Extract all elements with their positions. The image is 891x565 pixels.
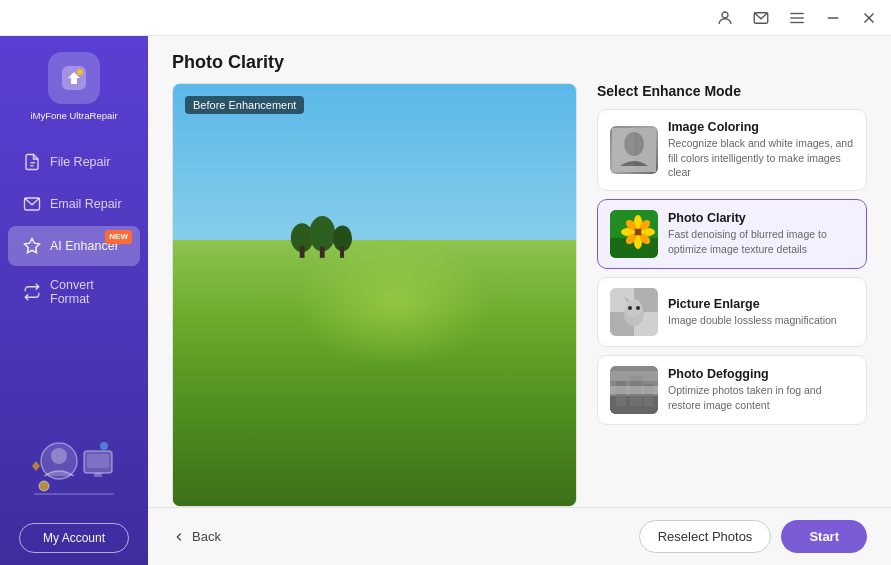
photo-clarity-info: Photo Clarity Fast denoising of blurred … — [668, 211, 854, 256]
picture-enlarge-info: Picture Enlarge Image double lossless ma… — [668, 297, 854, 328]
sidebar-item-ai-enhancer[interactable]: AI Enhancer NEW — [8, 226, 140, 266]
photo-defogging-desc: Optimize photos taken in fog and restore… — [668, 383, 854, 412]
svg-point-0 — [722, 12, 728, 18]
footer: Back Reselect Photos Start — [148, 507, 891, 565]
main-content: Photo Clarity Before Enhancement — [148, 36, 891, 565]
menu-icon[interactable] — [783, 4, 811, 32]
picture-enlarge-desc: Image double lossless magnification — [668, 313, 854, 328]
svg-rect-22 — [300, 246, 305, 258]
back-arrow-icon — [172, 530, 186, 544]
account-icon[interactable] — [711, 4, 739, 32]
minimize-button[interactable] — [819, 4, 847, 32]
ai-enhancer-icon — [22, 236, 42, 256]
svg-rect-56 — [610, 386, 658, 394]
sidebar: iMyFone UltraRepair File Repair — [0, 36, 148, 565]
svg-rect-57 — [610, 371, 658, 381]
photo-clarity-desc: Fast denoising of blurred image to optim… — [668, 227, 854, 256]
sidebar-label-convert-format: Convert Format — [50, 278, 126, 306]
sunflower-image — [610, 210, 658, 258]
svg-rect-29 — [612, 128, 634, 172]
landscape-image — [173, 84, 576, 506]
mail-icon[interactable] — [747, 4, 775, 32]
svg-point-50 — [636, 306, 640, 310]
enhance-panel: Select Enhance Mode — [597, 83, 867, 507]
my-account-button[interactable]: My Account — [19, 523, 129, 553]
svg-rect-24 — [320, 247, 325, 258]
sidebar-label-email-repair: Email Repair — [50, 197, 122, 211]
enhance-options: Image Coloring Recognize black and white… — [597, 109, 867, 425]
horizon-trees — [286, 202, 367, 265]
sidebar-item-convert-format[interactable]: Convert Format — [8, 268, 140, 316]
cat-image — [610, 288, 658, 336]
logo-text: iMyFone UltraRepair — [30, 110, 117, 122]
footer-actions: Reselect Photos Start — [639, 520, 867, 553]
email-repair-icon — [22, 194, 42, 214]
photo-defogging-thumb — [610, 366, 658, 414]
app-body: iMyFone UltraRepair File Repair — [0, 36, 891, 565]
sidebar-illustration — [24, 431, 124, 511]
image-coloring-desc: Recognize black and white images, and fi… — [668, 136, 854, 180]
convert-format-icon — [22, 282, 42, 302]
enhance-card-picture-enlarge[interactable]: Picture Enlarge Image double lossless ma… — [597, 277, 867, 347]
image-preview-container: Before Enhancement — [172, 83, 577, 507]
nav-items: File Repair Email Repair AI Enhancer — [0, 142, 148, 423]
picture-enlarge-thumb — [610, 288, 658, 336]
titlebar — [0, 0, 891, 36]
content-area: Before Enhancement — [148, 83, 891, 507]
photo-defogging-info: Photo Defogging Optimize photos taken in… — [668, 367, 854, 412]
image-coloring-title: Image Coloring — [668, 120, 854, 134]
logo-icon — [48, 52, 100, 104]
sidebar-logo: iMyFone UltraRepair — [30, 52, 117, 122]
reselect-photos-button[interactable]: Reselect Photos — [639, 520, 772, 553]
svg-rect-19 — [34, 493, 114, 495]
enhance-card-photo-clarity[interactable]: Photo Clarity Fast denoising of blurred … — [597, 199, 867, 269]
svg-point-49 — [628, 306, 632, 310]
photo-clarity-thumb — [610, 210, 658, 258]
picture-enlarge-title: Picture Enlarge — [668, 297, 854, 311]
svg-point-23 — [309, 216, 335, 251]
svg-point-9 — [77, 69, 83, 75]
sidebar-item-email-repair[interactable]: Email Repair — [8, 184, 140, 224]
file-repair-icon — [22, 152, 42, 172]
sidebar-item-file-repair[interactable]: File Repair — [8, 142, 140, 182]
svg-rect-16 — [87, 454, 109, 468]
enhance-card-image-coloring[interactable]: Image Coloring Recognize black and white… — [597, 109, 867, 191]
image-coloring-thumb — [610, 126, 658, 174]
close-button[interactable] — [855, 4, 883, 32]
back-button[interactable]: Back — [172, 529, 221, 544]
window-controls — [711, 4, 883, 32]
svg-point-20 — [100, 442, 108, 450]
image-coloring-info: Image Coloring Recognize black and white… — [668, 120, 854, 180]
svg-point-14 — [51, 448, 67, 464]
bw-image-icon — [610, 126, 658, 174]
photo-defogging-title: Photo Defogging — [668, 367, 854, 381]
fog-image — [610, 366, 658, 414]
svg-rect-26 — [340, 247, 344, 258]
start-button[interactable]: Start — [781, 520, 867, 553]
enhance-section-title: Select Enhance Mode — [597, 83, 867, 99]
sidebar-label-file-repair: File Repair — [50, 155, 110, 169]
new-badge: NEW — [105, 230, 132, 243]
before-enhancement-label: Before Enhancement — [185, 96, 304, 114]
page-title: Photo Clarity — [172, 52, 867, 73]
svg-point-18 — [39, 481, 49, 491]
page-header: Photo Clarity — [148, 36, 891, 83]
back-label: Back — [192, 529, 221, 544]
svg-rect-17 — [94, 473, 102, 477]
enhance-card-photo-defogging[interactable]: Photo Defogging Optimize photos taken in… — [597, 355, 867, 425]
photo-clarity-title: Photo Clarity — [668, 211, 854, 225]
